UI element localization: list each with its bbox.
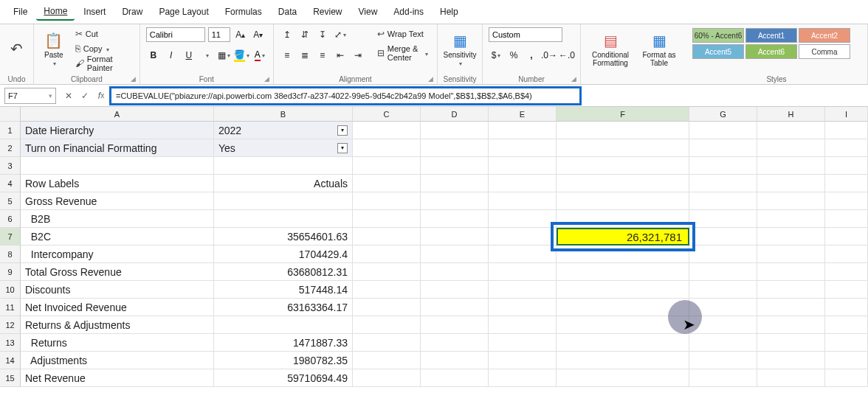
cell-i7[interactable] (825, 228, 868, 245)
formula-bar[interactable]: =CUBEVALUE("pbiazure://api.powerbi.com 3… (109, 86, 582, 105)
cell-c7[interactable] (353, 228, 421, 245)
column-header-d[interactable]: D (421, 107, 489, 122)
style-accent1[interactable]: Accent1 (745, 28, 797, 43)
align-top-button[interactable]: ↥ (280, 27, 294, 42)
cell-d4[interactable] (421, 175, 489, 192)
copy-dropdown[interactable] (105, 44, 109, 53)
cell-b8[interactable]: 1704429.4 (214, 245, 353, 263)
cell-b14[interactable]: 1980782.35 (214, 352, 353, 369)
cell-f10[interactable] (557, 281, 689, 299)
row-header-13[interactable]: 13 (0, 334, 21, 352)
copy-button[interactable]: ⎘Copy (72, 42, 134, 55)
cell-a7[interactable]: B2C (21, 228, 214, 245)
undo-button[interactable]: ↶ (6, 27, 27, 72)
cell-d1[interactable] (421, 122, 489, 139)
style-accent2[interactable]: Accent2 (799, 28, 850, 43)
cell-b3[interactable] (214, 157, 353, 175)
row-header-2[interactable]: 2 (0, 139, 21, 157)
cell-c15[interactable] (353, 369, 421, 387)
cell-d6[interactable] (421, 210, 489, 228)
cell-g11[interactable] (689, 299, 757, 316)
cell-h6[interactable] (757, 210, 825, 228)
wrap-text-button[interactable]: ↩Wrap Text (374, 27, 431, 41)
cell-g10[interactable] (689, 281, 757, 299)
cell-i8[interactable] (825, 245, 868, 263)
cell-i4[interactable] (825, 175, 868, 192)
percent-format-button[interactable]: % (506, 48, 521, 63)
cell-h3[interactable] (757, 157, 825, 175)
cell-e14[interactable] (489, 352, 557, 369)
cell-g7[interactable] (689, 228, 757, 245)
column-header-g[interactable]: G (689, 107, 757, 122)
cell-h8[interactable] (757, 245, 825, 263)
italic-button[interactable]: I (164, 48, 179, 63)
row-header-5[interactable]: 5 (0, 192, 21, 210)
cell-h5[interactable] (757, 192, 825, 210)
cell-e8[interactable] (489, 245, 557, 263)
cell-e11[interactable] (489, 299, 557, 316)
font-size-input[interactable] (208, 27, 230, 42)
cell-b13[interactable]: 1471887.33 (214, 334, 353, 352)
merge-center-button[interactable]: ⊟Merge & Center (374, 46, 431, 60)
cell-h9[interactable] (757, 263, 825, 281)
paste-button[interactable]: 📋 Paste (40, 27, 68, 72)
cell-b7[interactable]: 35654601.63 (214, 228, 353, 245)
merge-dropdown[interactable] (424, 49, 428, 58)
cell-d11[interactable] (421, 299, 489, 316)
cell-a15[interactable]: Net Revenue (21, 369, 214, 387)
cell-h1[interactable] (757, 122, 825, 139)
cell-f1[interactable] (557, 122, 689, 139)
cell-c14[interactable] (353, 352, 421, 369)
cell-c2[interactable] (353, 139, 421, 157)
cell-c10[interactable] (353, 281, 421, 299)
orientation-button[interactable]: ⤢ (333, 27, 348, 42)
menu-review[interactable]: Review (306, 4, 349, 20)
cell-d15[interactable] (421, 369, 489, 387)
column-header-h[interactable]: H (757, 107, 825, 122)
cell-e13[interactable] (489, 334, 557, 352)
cell-i9[interactable] (825, 263, 868, 281)
sensitivity-button[interactable]: ▦ Sensitivity (444, 27, 476, 72)
conditional-formatting-button[interactable]: ▤ Conditional Formatting (587, 27, 634, 72)
cell-g13[interactable] (689, 334, 757, 352)
bold-button[interactable]: B (146, 48, 161, 63)
cell-i11[interactable] (825, 299, 868, 316)
cell-f14[interactable] (557, 352, 689, 369)
font-name-input[interactable] (146, 27, 205, 42)
cell-b2[interactable]: Yes▾ (214, 139, 353, 157)
cell-a13[interactable]: Returns (21, 334, 214, 352)
menu-formulas[interactable]: Formulas (218, 4, 269, 20)
cell-i5[interactable] (825, 192, 868, 210)
cell-c13[interactable] (353, 334, 421, 352)
cell-d12[interactable] (421, 316, 489, 334)
cell-f5[interactable] (557, 192, 689, 210)
cell-e1[interactable] (489, 122, 557, 139)
row-header-8[interactable]: 8 (0, 245, 21, 263)
accounting-format-button[interactable]: $ (489, 48, 503, 63)
cell-c3[interactable] (353, 157, 421, 175)
cell-d5[interactable] (421, 192, 489, 210)
cell-d2[interactable] (421, 139, 489, 157)
cell-c4[interactable] (353, 175, 421, 192)
row-header-6[interactable]: 6 (0, 210, 21, 228)
cell-a4[interactable]: Row Labels (21, 175, 214, 192)
cell-d10[interactable] (421, 281, 489, 299)
cell-c1[interactable] (353, 122, 421, 139)
underline-button[interactable]: U (182, 48, 196, 63)
row-header-12[interactable]: 12 (0, 316, 21, 334)
cell-g12[interactable] (689, 316, 757, 334)
clipboard-dialog-launcher[interactable]: ◢ (131, 75, 138, 83)
style-accent6[interactable]: Accent6 (745, 44, 797, 59)
cell-i13[interactable] (825, 334, 868, 352)
menu-view[interactable]: View (351, 4, 385, 20)
menu-add-ins[interactable]: Add-ins (386, 4, 431, 20)
cell-f11[interactable] (557, 299, 689, 316)
border-button[interactable]: ▦ (217, 48, 232, 63)
menu-home[interactable]: Home (36, 3, 75, 21)
cell-a2[interactable]: Turn on Financial Formatting (21, 139, 214, 157)
cell-f13[interactable] (557, 334, 689, 352)
cell-a6[interactable]: B2B (21, 210, 214, 228)
cell-a11[interactable]: Net Invoiced Revenue (21, 299, 214, 316)
cell-e9[interactable] (489, 263, 557, 281)
paste-dropdown[interactable] (52, 59, 56, 67)
